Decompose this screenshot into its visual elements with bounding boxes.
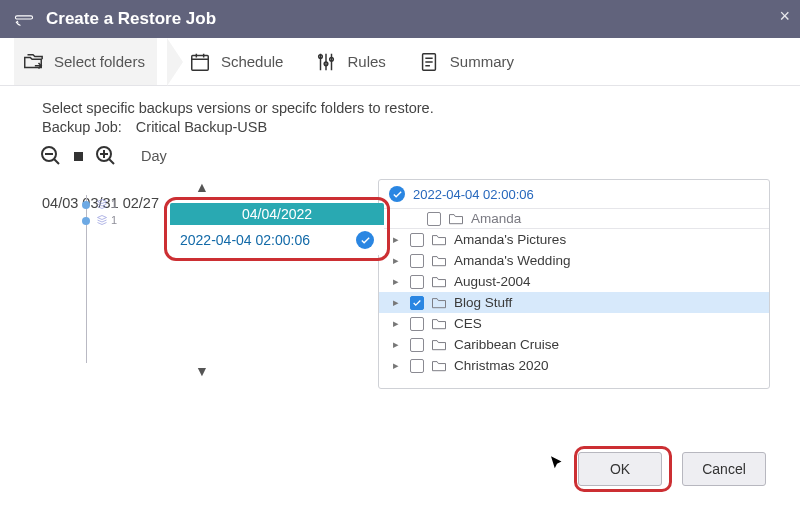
folder-label: Caribbean Cruise <box>454 337 559 352</box>
close-icon[interactable]: × <box>779 6 790 27</box>
restore-icon <box>14 12 34 26</box>
calendar-icon <box>189 51 211 73</box>
zoom-out-button[interactable] <box>38 143 64 169</box>
checkbox[interactable] <box>427 212 441 226</box>
ok-button[interactable]: OK <box>578 452 662 486</box>
sliders-icon <box>315 51 337 73</box>
timeline-tick: 04/03 <box>42 195 78 211</box>
selected-check-icon <box>356 231 374 249</box>
snapshot-entry[interactable]: 2022-04-04 02:00:06 <box>170 225 384 255</box>
zoom-reset-button[interactable] <box>74 152 83 161</box>
expand-chevron-icon[interactable]: ▸ <box>393 317 403 330</box>
timeline: ▲ 04/03 03/31 02/27 1 1 04/04/2022 2022-… <box>42 179 362 389</box>
timeline-dot[interactable] <box>82 217 90 225</box>
folder-label: August-2004 <box>454 274 531 289</box>
expand-chevron-icon[interactable]: ▸ <box>393 359 403 372</box>
timeline-scroll-down[interactable]: ▼ <box>42 363 362 379</box>
step-rules[interactable]: Rules <box>315 51 385 73</box>
timeline-dot[interactable] <box>82 201 90 209</box>
folder-icon <box>431 317 447 330</box>
tree-row[interactable]: ▸Blog Stuff <box>379 292 769 313</box>
selected-check-icon <box>389 186 405 202</box>
svg-rect-0 <box>192 55 209 70</box>
zoom-controls: Day <box>38 143 770 169</box>
checkbox[interactable] <box>410 317 424 331</box>
timeline-tick: 02/27 <box>123 195 159 211</box>
folder-icon <box>431 254 447 267</box>
job-row: Backup Job: Critical Backup-USB <box>42 119 770 135</box>
expand-chevron-icon[interactable]: ▸ <box>393 233 403 246</box>
tree-row[interactable]: ▸Caribbean Cruise <box>379 334 769 355</box>
instruction-text: Select specific backups versions or spec… <box>42 100 770 116</box>
checkbox[interactable] <box>410 275 424 289</box>
checkbox[interactable] <box>410 359 424 373</box>
restore-job-dialog: Create a Restore Job × Select folders Sc… <box>0 0 800 506</box>
folder-tree: Amanda ▸Amanda's Pictures▸Amanda's Weddi… <box>379 209 769 376</box>
checkbox[interactable] <box>410 296 424 310</box>
folder-icon <box>431 359 447 372</box>
timeline-count: 1 <box>96 214 117 226</box>
step-schedule[interactable]: Schedule <box>189 51 284 73</box>
cursor-icon <box>548 454 566 476</box>
cancel-button[interactable]: Cancel <box>682 452 766 486</box>
expand-chevron-icon[interactable]: ▸ <box>393 338 403 351</box>
folder-icon <box>448 212 464 225</box>
step-label: Schedule <box>221 53 284 70</box>
tree-row[interactable]: ▸CES <box>379 313 769 334</box>
folder-tree-panel: 2022-04-04 02:00:06 Amanda ▸Amanda's Pic… <box>378 179 770 389</box>
tree-row[interactable]: ▸Amanda's Pictures <box>379 229 769 250</box>
step-select-folders[interactable]: Select folders <box>14 38 157 85</box>
snapshot-time-label: 2022-04-04 02:00:06 <box>180 232 310 248</box>
tree-row[interactable]: Amanda <box>379 209 769 229</box>
folder-label: Amanda's Wedding <box>454 253 570 268</box>
tree-row[interactable]: ▸Christmas 2020 <box>379 355 769 376</box>
tree-header-time: 2022-04-04 02:00:06 <box>413 187 534 202</box>
zoom-unit-label: Day <box>141 148 167 164</box>
step-summary[interactable]: Summary <box>418 51 514 73</box>
content-area: Select specific backups versions or spec… <box>0 86 800 438</box>
expand-chevron-icon[interactable]: ▸ <box>393 254 403 267</box>
job-value: Critical Backup-USB <box>126 119 267 135</box>
step-label: Summary <box>450 53 514 70</box>
folder-label: Blog Stuff <box>454 295 512 310</box>
timeline-count: 1 <box>96 198 117 210</box>
folders-icon <box>22 51 44 73</box>
folder-icon <box>431 233 447 246</box>
expand-chevron-icon[interactable]: ▸ <box>393 275 403 288</box>
dialog-title: Create a Restore Job <box>46 9 216 29</box>
folder-label: Christmas 2020 <box>454 358 549 373</box>
titlebar: Create a Restore Job × <box>0 0 800 38</box>
checkbox[interactable] <box>410 338 424 352</box>
folder-label: Amanda <box>471 211 521 226</box>
job-label: Backup Job: <box>42 119 122 135</box>
timeline-scroll-up[interactable]: ▲ <box>42 179 362 195</box>
summary-icon <box>418 51 440 73</box>
tree-row[interactable]: ▸Amanda's Wedding <box>379 250 769 271</box>
step-label: Rules <box>347 53 385 70</box>
zoom-in-button[interactable] <box>93 143 119 169</box>
folder-label: CES <box>454 316 482 331</box>
step-label: Select folders <box>54 53 145 70</box>
wizard-steps: Select folders Schedule Rules Summary <box>0 38 800 86</box>
folder-icon <box>431 275 447 288</box>
dialog-footer: OK Cancel <box>0 438 800 506</box>
checkbox[interactable] <box>410 254 424 268</box>
tree-row[interactable]: ▸August-2004 <box>379 271 769 292</box>
snapshot-highlight: 04/04/2022 2022-04-04 02:00:06 <box>164 197 390 261</box>
expand-chevron-icon[interactable]: ▸ <box>393 296 403 309</box>
checkbox[interactable] <box>410 233 424 247</box>
folder-icon <box>431 338 447 351</box>
folder-icon <box>431 296 447 309</box>
snapshot-date[interactable]: 04/04/2022 <box>170 203 384 225</box>
folder-label: Amanda's Pictures <box>454 232 566 247</box>
tree-header[interactable]: 2022-04-04 02:00:06 <box>379 180 769 209</box>
